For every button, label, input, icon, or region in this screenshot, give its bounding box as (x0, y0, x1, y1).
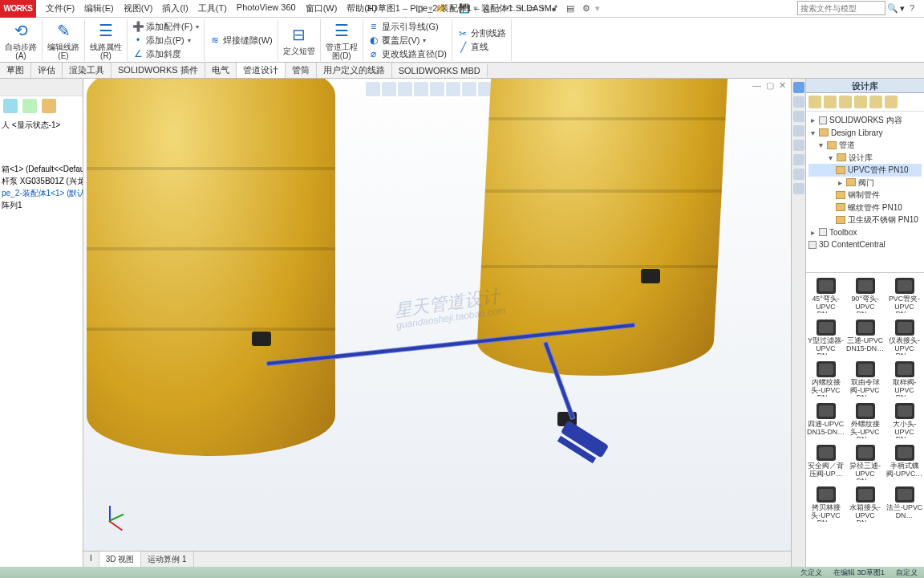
hud-section-icon[interactable] (414, 82, 428, 96)
taskpane-appearance-icon[interactable] (793, 125, 804, 136)
tab-sketch[interactable]: 草图 (0, 63, 31, 78)
tree-item[interactable]: 箱<1> (Default<<Default> (2, 163, 81, 175)
library-item[interactable]: 外螺纹接头-UPVC DN… (845, 398, 885, 440)
model-pump[interactable] (553, 408, 615, 470)
library-item[interactable]: 法兰-UPVC DN… (885, 482, 924, 523)
model-flange[interactable] (641, 269, 660, 283)
taskpane-explorer-icon[interactable] (793, 96, 804, 108)
model-flange[interactable] (252, 332, 271, 346)
hud-displaystyle-icon[interactable] (430, 82, 444, 96)
cmd-auto-route[interactable]: ⟲自动步路(A) (5, 21, 37, 60)
search-icon[interactable]: 🔍 (886, 1, 900, 15)
cmd-add-slope[interactable]: ∠添加斜度 (132, 47, 199, 60)
library-item[interactable]: Y型过滤器-UPVC DN… (806, 315, 845, 356)
search-input[interactable] (797, 1, 886, 15)
model-tank-2[interactable] (476, 79, 731, 376)
left-panel-handle[interactable] (0, 79, 83, 96)
cmd-covering[interactable]: ◐覆盖层(V)▾ (368, 34, 447, 47)
tab-user-route[interactable]: 用户定义的线路 (317, 63, 392, 78)
tab-electrical[interactable]: 电气 (205, 63, 237, 78)
view-tab-motion[interactable]: 运动算例 1 (141, 552, 193, 567)
library-item[interactable]: 水箱接头-UPVC DN… (845, 482, 885, 523)
library-item[interactable]: 安全阀／背压阀-UP… (806, 440, 845, 482)
orientation-triad[interactable] (98, 506, 124, 531)
menu-tools[interactable]: 工具(T) (195, 1, 230, 16)
tab-mbd[interactable]: SOLIDWORKS MBD (392, 64, 488, 77)
taskpane-props-icon[interactable] (793, 140, 804, 151)
task-pane-strip[interactable] (791, 79, 805, 567)
designlib-tree[interactable]: ▸SOLIDWORKS 内容 ▾Design Library ▾管道 ▾设计库 … (806, 112, 924, 272)
cmd-add-point[interactable]: •添加点(P)▾ (132, 34, 199, 47)
tab-tubing[interactable]: 管筒 (286, 63, 317, 78)
library-item[interactable]: 取样阀-UPVC DN… (885, 356, 924, 398)
cmd-line[interactable]: ╱直线 (457, 41, 506, 54)
tab-evaluate[interactable]: 评估 (31, 63, 63, 78)
dl-newfolder-icon[interactable] (854, 96, 867, 108)
library-item[interactable]: 仪表接头-UPVC DN… (885, 315, 924, 356)
viewport-min-icon[interactable]: — (752, 80, 761, 91)
hud-zoomfit-icon[interactable] (366, 82, 380, 96)
cmd-change-diameter[interactable]: ⌀更改线路直径(D) (368, 47, 447, 60)
tab-swplugin[interactable]: SOLIDWORKS 插件 (111, 63, 205, 78)
library-item[interactable]: 90°弯头-UPVC DN… (845, 273, 885, 315)
hud-hide-icon[interactable] (446, 82, 460, 96)
dl-back-icon[interactable] (808, 96, 821, 108)
cmd-weld-gap[interactable]: ≋焊接缝隙(W) (209, 34, 273, 47)
cmd-edit-route[interactable]: ✎编辑线路(E) (47, 21, 79, 60)
menu-window[interactable]: 窗口(W) (302, 1, 341, 16)
library-item[interactable]: PVC管夹-UPVC DN… (885, 273, 924, 315)
dl-add-icon[interactable] (839, 96, 852, 108)
cmd-define-spool[interactable]: ⊟定义短管 (283, 25, 315, 55)
library-item[interactable]: 手柄式蝶阀-UPVC… (885, 440, 924, 482)
model-tank-1[interactable] (87, 79, 335, 456)
heads-up-toolbar[interactable] (364, 80, 510, 98)
tree-item[interactable]: 杆泵 XG035B01Z (兴龙65) (2, 175, 81, 187)
taskpane-resources-icon[interactable] (793, 154, 804, 165)
qat-settings-icon[interactable]: ⚙ (579, 2, 594, 16)
library-item[interactable]: 异径三通-UPVC DN… (845, 440, 885, 482)
fm-tab-tree-icon[interactable] (3, 99, 18, 113)
taskpane-designlib-icon[interactable] (793, 82, 804, 93)
tree-item-selected[interactable]: pe_2-装配体1<1> (默认<显 (2, 187, 81, 199)
menu-insert[interactable]: 插入(I) (159, 1, 191, 16)
menu-edit[interactable]: 编辑(E) (81, 1, 117, 16)
hud-prevview-icon[interactable] (398, 82, 412, 96)
hud-zoomarea-icon[interactable] (382, 82, 396, 96)
cmd-pipe-drawing[interactable]: ☰管道工程图(D) (326, 21, 358, 60)
dl-fwd-icon[interactable] (824, 96, 837, 108)
cmd-show-guides[interactable]: ≡显示引导线(G) (368, 20, 447, 33)
library-item[interactable]: 内螺纹接头-UPVC DN… (806, 356, 845, 398)
menu-photoview[interactable]: PhotoView 360 (233, 1, 299, 16)
view-tab-3d[interactable]: 3D 视图 (99, 552, 142, 567)
cmd-split-route[interactable]: ✂分割线路 (457, 27, 506, 40)
tab-piping[interactable]: 管道设计 (237, 63, 286, 78)
viewport-close-icon[interactable]: ✕ (779, 80, 786, 91)
cmd-route-props[interactable]: ☰线路属性(R) (90, 21, 122, 60)
dl-refresh-icon[interactable] (869, 96, 882, 108)
graphics-viewport[interactable]: — ▢ ✕ 星天管道设计 guandaosheji.taobao.com (83, 79, 791, 567)
fm-tab-config-icon[interactable] (22, 99, 37, 113)
view-tab-prefix[interactable]: I (83, 552, 99, 567)
hud-appearance-icon[interactable] (462, 82, 476, 96)
fm-tab-display-icon[interactable] (42, 99, 56, 113)
qat-options-icon[interactable]: ▤ (563, 2, 578, 16)
feature-tree[interactable]: 人 <显示状态-1> 箱<1> (Default<<Default> 杆泵 XG… (0, 116, 83, 567)
library-item[interactable]: 四通-UPVC DN15-DN… (806, 398, 845, 440)
library-item[interactable]: 45°弯头-UPVC DN… (806, 273, 845, 315)
taskpane-forum-icon[interactable] (793, 169, 804, 180)
library-item[interactable]: 三通-UPVC DN15-DN… (845, 315, 885, 356)
menu-view[interactable]: 视图(V) (120, 1, 156, 16)
taskpane-view-icon[interactable] (793, 111, 804, 122)
dl-config-icon[interactable] (885, 96, 898, 108)
library-item[interactable]: 双由令球阀-UPVC DN… (845, 356, 885, 398)
tree-node-selected[interactable]: UPVC管件 PN10 (808, 164, 922, 177)
menu-file[interactable]: 文件(F) (43, 1, 78, 16)
cmd-add-fitting[interactable]: ➕添加配件(F)▾ (132, 20, 199, 33)
library-item[interactable]: 大小头-UPVC DN… (885, 398, 924, 440)
viewport-max-icon[interactable]: ▢ (766, 80, 774, 91)
designlib-grid[interactable]: 45°弯头-UPVC DN…90°弯头-UPVC DN…PVC管夹-UPVC D… (806, 272, 924, 567)
tree-display-state[interactable]: 人 <显示状态-1> (2, 119, 81, 131)
help-icon[interactable]: ? (905, 1, 919, 15)
tab-render[interactable]: 渲染工具 (63, 63, 111, 78)
library-item[interactable]: 拷贝林接头-UPVC DN… (806, 482, 845, 523)
